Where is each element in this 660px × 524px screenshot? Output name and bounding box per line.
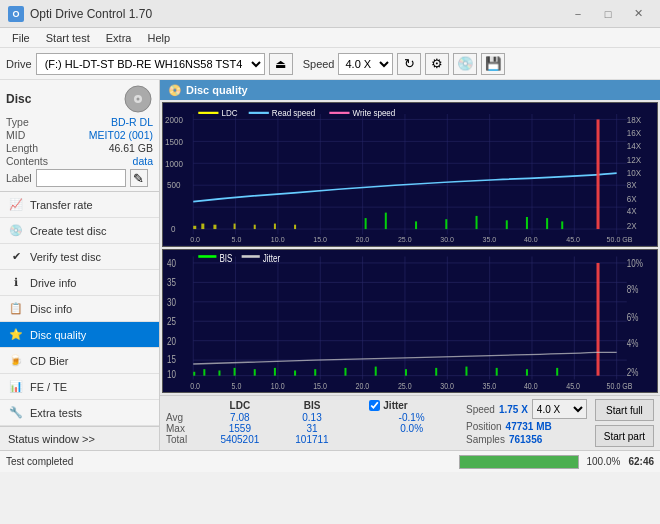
start-part-button[interactable]: Start part xyxy=(595,425,654,447)
svg-rect-32 xyxy=(476,216,478,229)
menu-file[interactable]: File xyxy=(4,30,38,46)
svg-rect-33 xyxy=(506,220,508,229)
svg-rect-24 xyxy=(234,224,236,229)
disc-type: BD-R DL xyxy=(111,116,153,128)
sidebar-item-label: Verify test disc xyxy=(30,251,101,263)
svg-text:2X: 2X xyxy=(627,221,637,231)
sidebar-item-label: Transfer rate xyxy=(30,199,93,211)
svg-text:Read speed: Read speed xyxy=(272,108,316,118)
speed-row: Speed 1.75 X 4.0 X xyxy=(466,399,587,419)
eject-button[interactable]: ⏏ xyxy=(269,53,293,75)
svg-text:2%: 2% xyxy=(627,366,639,377)
settings-button[interactable]: ⚙ xyxy=(425,53,449,75)
jitter-header: Jitter xyxy=(383,400,407,411)
app-icon: O xyxy=(8,6,24,22)
svg-rect-36 xyxy=(561,221,563,229)
disc-panel: Disc Type BD-R DL MID MEIT02 (001) Lengt… xyxy=(0,80,159,192)
status-window-button[interactable]: Status window >> xyxy=(0,426,159,450)
svg-rect-94 xyxy=(294,370,296,375)
svg-text:4X: 4X xyxy=(627,205,637,215)
svg-text:14X: 14X xyxy=(627,141,642,151)
svg-text:15.0: 15.0 xyxy=(313,380,327,390)
svg-text:50.0 GB: 50.0 GB xyxy=(607,380,633,390)
window-controls: − □ ✕ xyxy=(564,4,652,24)
sidebar-item-label: Extra tests xyxy=(30,407,82,419)
start-full-button[interactable]: Start full xyxy=(595,399,654,421)
speed-select[interactable]: 4.0 X xyxy=(338,53,393,75)
sidebar-item-disc-info[interactable]: 📋 Disc info xyxy=(0,296,159,322)
disc-length-row: Length 46.61 GB xyxy=(6,142,153,154)
sidebar-item-create-test-disc[interactable]: 💿 Create test disc xyxy=(0,218,159,244)
disc-header: Disc xyxy=(6,84,153,114)
statusbar: Test completed 100.0% 62:46 xyxy=(0,450,660,472)
svg-text:LDC: LDC xyxy=(221,108,237,118)
speed-position-info: Speed 1.75 X 4.0 X Position 47731 MB Sam… xyxy=(466,399,587,445)
svg-text:15: 15 xyxy=(167,353,176,364)
stats-table-container: LDC BIS Jitter xyxy=(166,399,458,445)
stats-max-row: Max 1559 31 0.0% xyxy=(166,423,458,434)
svg-rect-30 xyxy=(415,221,417,229)
sidebar-item-extra-tests[interactable]: 🔧 Extra tests xyxy=(0,400,159,426)
svg-rect-37 xyxy=(597,119,600,229)
drive-select[interactable]: (F:) HL-DT-ST BD-RE WH16NS58 TST4 xyxy=(36,53,265,75)
menu-extra[interactable]: Extra xyxy=(98,30,140,46)
stats-avg-row: Avg 7.08 0.13 -0.1% xyxy=(166,412,458,423)
disc-label-save-button[interactable]: ✎ xyxy=(130,169,148,187)
svg-text:18X: 18X xyxy=(627,114,642,124)
bis-jitter-chart: BIS Jitter 40 35 30 25 20 15 10 10% 8% 6… xyxy=(162,249,658,394)
sidebar-item-transfer-rate[interactable]: 📈 Transfer rate xyxy=(0,192,159,218)
menu-help[interactable]: Help xyxy=(139,30,178,46)
svg-text:35: 35 xyxy=(167,277,176,288)
action-buttons: Start full Start part xyxy=(595,399,654,447)
svg-rect-101 xyxy=(496,367,498,375)
svg-rect-104 xyxy=(597,262,600,375)
sidebar-item-verify-test-disc[interactable]: ✔ Verify test disc xyxy=(0,244,159,270)
create-test-disc-icon: 💿 xyxy=(8,223,24,239)
position-row: Position 47731 MB xyxy=(466,421,587,432)
samples-label: Samples xyxy=(466,434,505,445)
sidebar-item-fe-te[interactable]: 📊 FE / TE xyxy=(0,374,159,400)
cd-bier-icon: 🍺 xyxy=(8,353,24,369)
ldc-chart-svg: LDC Read speed Write speed 2000 1500 100… xyxy=(163,103,657,246)
sidebar: Disc Type BD-R DL MID MEIT02 (001) Lengt… xyxy=(0,80,160,450)
svg-text:30.0: 30.0 xyxy=(440,235,454,244)
close-button[interactable]: ✕ xyxy=(624,4,652,24)
avg-ldc: 7.08 xyxy=(201,412,279,423)
svg-text:6%: 6% xyxy=(627,312,639,323)
svg-text:5.0: 5.0 xyxy=(232,380,242,390)
save-button[interactable]: 💾 xyxy=(481,53,505,75)
sidebar-item-cd-bier[interactable]: 🍺 CD Bier xyxy=(0,348,159,374)
svg-text:10: 10 xyxy=(167,369,176,380)
bis-jitter-chart-svg: BIS Jitter 40 35 30 25 20 15 10 10% 8% 6… xyxy=(163,250,657,393)
chart-area: 📀 Disc quality xyxy=(160,80,660,450)
toolbar: Drive (F:) HL-DT-ST BD-RE WH16NS58 TST4 … xyxy=(0,48,660,80)
disc-label-input[interactable] xyxy=(36,169,126,187)
svg-point-2 xyxy=(137,98,140,101)
svg-text:40.0: 40.0 xyxy=(524,235,538,244)
svg-rect-88 xyxy=(193,371,195,375)
svg-rect-97 xyxy=(375,366,377,375)
sidebar-item-label: Disc info xyxy=(30,303,72,315)
svg-rect-26 xyxy=(274,224,276,229)
titlebar: O Opti Drive Control 1.70 − □ ✕ xyxy=(0,0,660,28)
refresh-button[interactable]: ↻ xyxy=(397,53,421,75)
charts-container: LDC Read speed Write speed 2000 1500 100… xyxy=(160,100,660,395)
maximize-button[interactable]: □ xyxy=(594,4,622,24)
progress-label: 100.0% xyxy=(587,456,621,467)
disc-label-row: Label ✎ xyxy=(6,169,153,187)
svg-text:10.0: 10.0 xyxy=(271,380,285,390)
minimize-button[interactable]: − xyxy=(564,4,592,24)
disc-button[interactable]: 💿 xyxy=(453,53,477,75)
sidebar-item-drive-info[interactable]: ℹ Drive info xyxy=(0,270,159,296)
svg-text:50.0 GB: 50.0 GB xyxy=(607,235,633,244)
stats-total-row: Total 5405201 101711 xyxy=(166,434,458,445)
sidebar-item-label: CD Bier xyxy=(30,355,69,367)
titlebar-left: O Opti Drive Control 1.70 xyxy=(8,6,152,22)
disc-mid-row: MID MEIT02 (001) xyxy=(6,129,153,141)
svg-text:8%: 8% xyxy=(627,283,639,294)
menu-start-test[interactable]: Start test xyxy=(38,30,98,46)
sidebar-item-disc-quality[interactable]: ⭐ Disc quality xyxy=(0,322,159,348)
dq-title: Disc quality xyxy=(186,84,248,96)
jitter-checkbox[interactable] xyxy=(369,400,380,411)
speed-select[interactable]: 4.0 X xyxy=(532,399,587,419)
